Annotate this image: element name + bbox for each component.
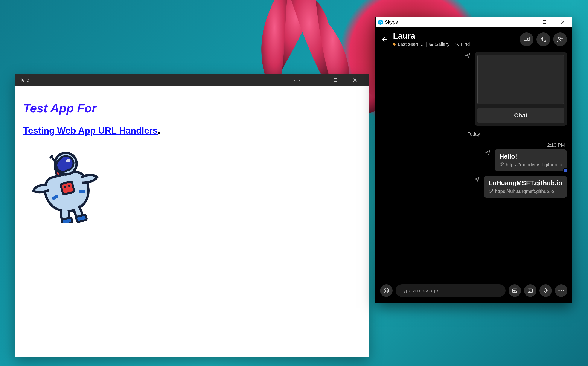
- skype-maximize-button[interactable]: [535, 17, 554, 27]
- svg-rect-40: [545, 289, 547, 291]
- svg-point-25: [430, 44, 431, 45]
- sent-indicator-icon: [475, 176, 480, 183]
- svg-marker-29: [528, 38, 529, 41]
- svg-point-26: [456, 43, 458, 45]
- astronaut-image: [28, 146, 360, 224]
- titlebar-more-icon[interactable]: [287, 74, 307, 86]
- svg-point-0: [294, 80, 295, 81]
- svg-line-27: [458, 45, 459, 46]
- link-preview-card[interactable]: Chat: [475, 52, 567, 126]
- preview-card-row: Chat: [381, 52, 567, 126]
- message-url[interactable]: https://luhuangmsft.github.io: [495, 189, 554, 194]
- back-button[interactable]: [381, 35, 389, 44]
- link-icon: [489, 188, 493, 194]
- svg-line-18: [79, 190, 85, 193]
- contact-name: Laura: [393, 31, 516, 41]
- message-bubble[interactable]: LuHuangMSFT.github.io https://luhuangmsf…: [484, 176, 567, 198]
- svg-point-1: [297, 80, 297, 81]
- svg-point-30: [558, 37, 560, 39]
- message-input-wrap[interactable]: [396, 284, 505, 297]
- skype-body: Laura Last seen ... | Gallery | Find: [376, 27, 572, 302]
- sent-indicator-icon: [485, 150, 491, 156]
- trailing-dot: .: [158, 125, 160, 136]
- svg-rect-10: [60, 181, 75, 195]
- hello-app-title: Hello!: [18, 77, 30, 83]
- skype-close-button[interactable]: [554, 17, 572, 27]
- close-button[interactable]: [345, 74, 365, 86]
- message-title: LuHuangMSFT.github.io: [489, 179, 562, 187]
- svg-point-2: [299, 80, 300, 81]
- gallery-icon: [429, 42, 433, 46]
- day-divider: Today: [382, 131, 565, 137]
- svg-point-34: [385, 290, 386, 290]
- skype-titlebar: S Skype: [376, 17, 572, 27]
- sent-indicator-icon: [465, 53, 471, 59]
- svg-point-44: [563, 290, 564, 291]
- emoji-button[interactable]: [380, 284, 392, 297]
- message-input[interactable]: [400, 288, 501, 294]
- preview-chat-button[interactable]: Chat: [477, 108, 564, 123]
- skype-window: S Skype Laura Last seen ... |: [375, 17, 572, 303]
- contact-card-button[interactable]: [524, 284, 536, 297]
- microphone-button[interactable]: [539, 284, 552, 297]
- subrow-divider: |: [426, 41, 427, 47]
- svg-point-35: [387, 290, 388, 290]
- media-button[interactable]: [509, 284, 521, 297]
- message-timestamp: 2:10 PM: [381, 142, 565, 148]
- hello-app-titlebar: Hello!: [15, 74, 369, 86]
- video-call-button[interactable]: [520, 32, 534, 46]
- link-preview-thumbnail: [477, 55, 564, 104]
- app-subheading: Testing Web App URL Handlers.: [23, 125, 360, 136]
- gallery-link[interactable]: Gallery: [429, 41, 450, 47]
- skype-logo-icon: S: [378, 20, 383, 25]
- svg-point-39: [529, 290, 530, 291]
- reaction-badge[interactable]: [563, 168, 568, 173]
- svg-point-42: [558, 290, 560, 291]
- add-participant-button[interactable]: [553, 32, 567, 46]
- message-bubble[interactable]: Hello! https://mandymsft.github.io: [495, 149, 567, 171]
- message-row: Hello! https://mandymsft.github.io: [381, 149, 567, 171]
- subrow-divider-2: |: [452, 41, 453, 47]
- last-seen-text: Last seen ...: [398, 41, 423, 47]
- svg-point-43: [561, 290, 562, 291]
- app-heading: Test App For: [23, 101, 360, 115]
- more-button[interactable]: [555, 284, 567, 297]
- find-label: Find: [461, 41, 470, 47]
- message-composer: [376, 281, 572, 302]
- audio-call-button[interactable]: [536, 32, 550, 46]
- message-row: LuHuangMSFT.github.io https://luhuangmsf…: [381, 176, 567, 198]
- maximize-button[interactable]: [326, 74, 345, 86]
- link-icon: [499, 162, 504, 168]
- search-icon: [455, 42, 459, 46]
- find-link[interactable]: Find: [455, 41, 470, 47]
- svg-rect-16: [76, 214, 87, 222]
- contact-subrow: Last seen ... | Gallery | Find: [393, 41, 516, 47]
- hello-app-body: Test App For Testing Web App URL Handler…: [15, 86, 369, 239]
- day-label: Today: [467, 131, 480, 137]
- minimize-button[interactable]: [307, 74, 326, 86]
- svg-rect-20: [543, 21, 546, 24]
- message-title: Hello!: [499, 153, 562, 160]
- svg-point-37: [513, 290, 514, 291]
- chat-area[interactable]: Chat Today 2:10 PM Hello!: [376, 47, 572, 281]
- svg-point-33: [384, 288, 389, 293]
- skype-title: Skype: [385, 19, 398, 25]
- presence-dot-icon: [393, 43, 396, 46]
- url-handlers-link[interactable]: Testing Web App URL Handlers: [23, 125, 158, 136]
- message-url[interactable]: https://mandymsft.github.io: [506, 162, 562, 168]
- hello-app-window: Hello! Test App For Testing Web App URL …: [15, 74, 369, 357]
- skype-chat-header: Laura Last seen ... | Gallery | Find: [376, 27, 572, 47]
- svg-rect-28: [524, 38, 528, 41]
- svg-rect-4: [334, 79, 337, 82]
- gallery-label: Gallery: [435, 41, 450, 47]
- skype-minimize-button[interactable]: [518, 17, 535, 27]
